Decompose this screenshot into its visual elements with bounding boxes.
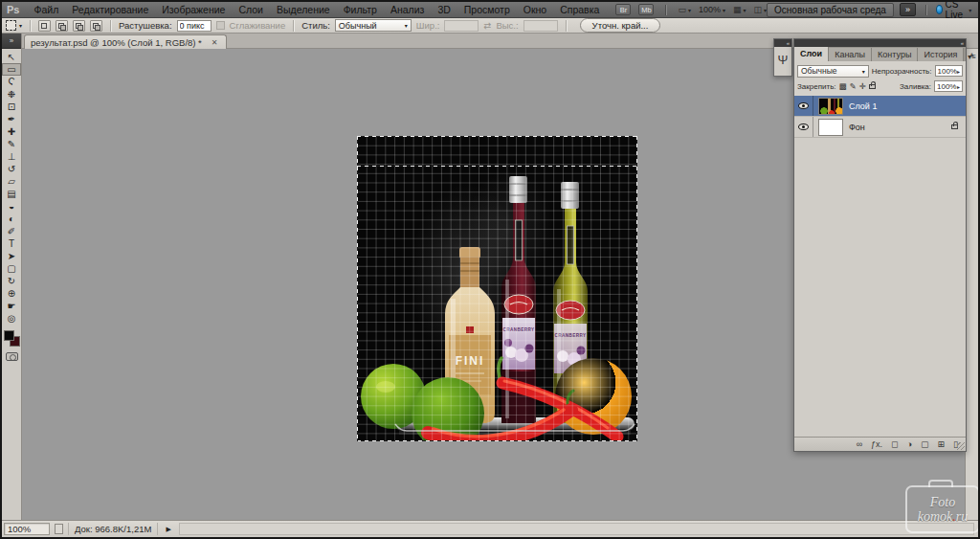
layer-name[interactable]: Слой 1 [849, 101, 877, 111]
foreground-color-swatch[interactable] [4, 330, 14, 341]
brushes-panel-icon[interactable]: Ψ [774, 47, 791, 74]
view-extras-button[interactable]: ▭ ▾ [678, 5, 691, 14]
panel-dock-header[interactable]: « [794, 39, 966, 47]
document-tab[interactable]: результат.psd @ 100% (Слой 1, RGB/8) * ✕ [24, 34, 227, 49]
eyedropper-tool[interactable]: ✒ [2, 113, 21, 125]
menu-filter[interactable]: Фильтр [337, 4, 384, 15]
antialias-checkbox[interactable] [216, 21, 225, 30]
visibility-toggle[interactable] [794, 96, 813, 116]
zoom-tool[interactable]: ◎ [2, 312, 21, 325]
add-selection-mode-button[interactable] [56, 20, 68, 32]
menu-image[interactable]: Изображение [155, 4, 232, 15]
subtract-selection-mode-button[interactable] [73, 20, 85, 32]
new-layer-button[interactable]: ⊞ [938, 439, 946, 449]
document-tab-title: результат.psd @ 100% (Слой 1, RGB/8) * [31, 37, 202, 48]
mini-bridge-button[interactable]: Mb [638, 4, 654, 15]
link-layers-button[interactable]: ∞ [857, 439, 862, 449]
tab-paths[interactable]: Контуры [872, 48, 918, 61]
style-select[interactable]: Обычный ▾ [335, 19, 412, 32]
layer-thumbnail[interactable] [818, 119, 843, 136]
tab-channels[interactable]: Каналы [829, 48, 872, 61]
blend-mode-select[interactable]: Обычные ▾ [797, 65, 869, 78]
visibility-toggle[interactable] [794, 117, 813, 137]
lock-position-button[interactable]: ✛ [859, 81, 866, 91]
menu-analysis[interactable]: Анализ [384, 4, 431, 15]
new-group-button[interactable]: ▢ [921, 439, 929, 449]
spinner-icon[interactable]: ▸ [957, 83, 960, 90]
lock-all-button[interactable] [869, 84, 876, 89]
add-layer-mask-button[interactable]: ◻ [891, 439, 898, 449]
rotate-3d-tool[interactable]: ↻ [2, 275, 21, 287]
type-tool[interactable]: T [2, 237, 21, 250]
menu-3d[interactable]: 3D [431, 4, 457, 15]
menu-file[interactable]: Файл [27, 4, 65, 15]
cs-live-label: CS Live [946, 0, 967, 20]
spot-healing-brush-tool[interactable]: ✚ [2, 125, 21, 138]
dodge-tool[interactable]: ◐ [2, 213, 21, 225]
rectangular-marquee-tool[interactable]: ▭ [2, 63, 21, 76]
blur-tool[interactable]: ◒ [2, 200, 21, 213]
quick-selection-tool[interactable]: ❉ [2, 88, 21, 101]
path-selection-tool[interactable]: ➤ [2, 250, 21, 262]
orbit-3d-tool[interactable]: ⊕ [2, 287, 21, 300]
tool-preset-picker[interactable]: ▾ [6, 20, 22, 31]
layer-style-button[interactable]: ƒx. [871, 439, 882, 449]
history-brush-tool[interactable]: ↺ [2, 163, 21, 175]
dock-collapse-button[interactable]: « [774, 39, 791, 47]
tab-history[interactable]: История [918, 48, 964, 61]
screen-mode-button[interactable]: ◫ ▾ [753, 5, 767, 14]
lock-transparency-button[interactable]: ▩ [839, 81, 847, 91]
options-separator [110, 20, 111, 32]
layer-row-layer1[interactable]: Слой 1 [794, 96, 966, 117]
workspace-expand-button[interactable]: » [900, 3, 916, 16]
new-adjustment-layer-button[interactable]: ◑ [907, 439, 912, 449]
tool-options-bar: ▾ Растушевка: Сглаживание Стиль: Обычный… [2, 18, 978, 34]
swap-dimensions-icon: ⇄ [483, 20, 491, 31]
feather-input[interactable] [177, 20, 212, 32]
new-selection-mode-button[interactable] [38, 20, 51, 32]
tools-panel-header[interactable]: » [2, 34, 21, 49]
menu-help[interactable]: Справка [553, 4, 606, 15]
layer-thumbnail[interactable] [818, 98, 843, 115]
status-options-arrow[interactable]: ▶ [163, 525, 173, 534]
layer-row-background[interactable]: Фон [794, 117, 966, 138]
bridge-button[interactable]: Br [615, 4, 631, 15]
screen-mode-icon: ◫ [753, 5, 762, 14]
hand-tool[interactable]: ☛ [2, 300, 21, 312]
panel-menu-icon[interactable]: ▾≡ [964, 53, 980, 61]
tab-layers[interactable]: Слои [794, 47, 829, 61]
close-icon[interactable]: ✕ [210, 37, 220, 48]
spinner-icon[interactable]: ▸ [957, 68, 960, 75]
menu-window[interactable]: Окно [517, 4, 553, 15]
workspace-switcher-button[interactable]: Основная рабочая среда [767, 3, 894, 17]
cs-live-button[interactable]: CS Live ▾ [936, 0, 972, 20]
gradient-tool[interactable]: ▤ [2, 188, 21, 200]
lock-pixels-button[interactable]: ✎ [850, 81, 857, 91]
crop-tool[interactable]: ⊡ [2, 101, 21, 113]
menu-select[interactable]: Выделение [270, 4, 337, 15]
width-label: Шир.: [416, 20, 440, 31]
intersect-selection-mode-button[interactable] [90, 20, 102, 32]
zoom-level-button[interactable]: 100% ▾ [699, 5, 725, 14]
refine-edge-button[interactable]: Уточн. край... [580, 18, 661, 33]
move-tool[interactable]: ↖ [2, 51, 21, 63]
document-canvas[interactable]: FINI CRANBERRY [357, 136, 637, 441]
status-zoom-input[interactable]: 100% [4, 523, 50, 535]
fill-input[interactable]: 100% ▸ [934, 80, 963, 92]
pen-tool[interactable]: ✐ [2, 225, 21, 237]
vertical-scrollbar[interactable]: ▲ [965, 49, 978, 520]
layer-name[interactable]: Фон [849, 123, 865, 132]
arrange-documents-button[interactable]: ▦ ▾ [733, 5, 746, 14]
menu-view[interactable]: Просмотр [457, 4, 517, 15]
menu-edit[interactable]: Редактирование [65, 4, 155, 15]
opacity-input[interactable]: 100% ▸ [935, 65, 963, 77]
shape-tool[interactable]: ▢ [2, 262, 21, 275]
panel-resize-grip[interactable] [957, 442, 965, 450]
clone-stamp-tool[interactable]: ⊥ [2, 150, 21, 163]
brush-tool[interactable]: ✎ [2, 138, 21, 150]
eraser-tool[interactable]: ▱ [2, 175, 21, 188]
quick-mask-button[interactable] [6, 352, 18, 361]
menu-layers[interactable]: Слои [232, 4, 270, 15]
lasso-tool[interactable]: Ϛ [2, 76, 21, 88]
blend-mode-value: Обычные [801, 66, 837, 76]
